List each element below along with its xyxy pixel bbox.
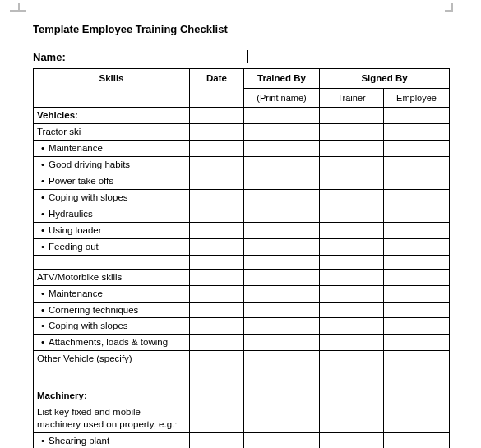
empty-cell[interactable] (190, 255, 244, 269)
empty-cell[interactable] (244, 302, 320, 318)
empty-cell[interactable] (244, 173, 320, 189)
empty-cell[interactable] (384, 269, 450, 285)
empty-cell[interactable] (384, 335, 450, 351)
bullet-icon: • (37, 224, 49, 237)
empty-cell[interactable] (320, 238, 384, 255)
empty-cell[interactable] (384, 124, 450, 141)
empty-cell[interactable] (190, 433, 244, 448)
empty-cell[interactable] (190, 124, 244, 141)
empty-cell[interactable] (320, 189, 384, 206)
empty-cell[interactable] (244, 141, 320, 157)
empty-cell[interactable] (320, 108, 384, 124)
empty-cell[interactable] (244, 404, 320, 433)
name-label: Name: (33, 51, 66, 63)
empty-cell[interactable] (384, 157, 450, 173)
empty-cell[interactable] (244, 381, 320, 404)
empty-cell[interactable] (320, 381, 384, 404)
empty-cell[interactable] (320, 351, 384, 367)
skill-item: •Hydraulics (37, 208, 186, 220)
empty-cell[interactable] (384, 206, 450, 222)
empty-cell[interactable] (320, 285, 384, 302)
header-skills: Skills (34, 69, 190, 108)
empty-cell[interactable] (244, 238, 320, 255)
empty-cell[interactable] (320, 302, 384, 318)
empty-cell[interactable] (320, 206, 384, 222)
skill-cell: •Coping with slopes (34, 189, 190, 206)
empty-cell[interactable] (244, 206, 320, 222)
empty-cell[interactable] (320, 404, 384, 433)
empty-cell[interactable] (320, 157, 384, 173)
empty-cell[interactable] (190, 157, 244, 173)
empty-cell[interactable] (244, 367, 320, 381)
skill-item: •Maintenance (37, 288, 186, 300)
empty-cell[interactable] (190, 351, 244, 367)
empty-cell[interactable] (384, 238, 450, 255)
empty-cell[interactable] (384, 285, 450, 302)
empty-cell[interactable] (190, 206, 244, 222)
empty-cell[interactable] (384, 302, 450, 318)
empty-cell[interactable] (384, 367, 450, 381)
skill-text: Good driving habits (49, 159, 130, 171)
empty-cell[interactable] (320, 367, 384, 381)
empty-cell[interactable] (244, 189, 320, 206)
skill-cell: Tractor ski (34, 124, 190, 141)
empty-cell[interactable] (190, 141, 244, 157)
bullet-icon: • (37, 336, 49, 349)
text-cursor (247, 50, 248, 63)
empty-cell[interactable] (384, 173, 450, 189)
empty-cell[interactable] (384, 433, 450, 448)
empty-cell[interactable] (244, 285, 320, 302)
empty-cell[interactable] (384, 189, 450, 206)
empty-cell[interactable] (244, 222, 320, 238)
empty-cell[interactable] (190, 222, 244, 238)
empty-cell[interactable] (190, 189, 244, 206)
empty-cell[interactable] (320, 318, 384, 335)
empty-cell[interactable] (320, 222, 384, 238)
empty-cell[interactable] (190, 318, 244, 335)
empty-cell[interactable] (190, 335, 244, 351)
empty-cell[interactable] (320, 335, 384, 351)
table-row: List key fixed and mobile machinery used… (34, 404, 450, 433)
empty-cell[interactable] (244, 433, 320, 448)
empty-cell[interactable] (190, 238, 244, 255)
empty-cell[interactable] (190, 404, 244, 433)
empty-cell[interactable] (384, 404, 450, 433)
empty-cell[interactable] (190, 108, 244, 124)
empty-cell[interactable] (384, 381, 450, 404)
table-row: Tractor ski (34, 124, 450, 141)
empty-cell[interactable] (384, 255, 450, 269)
empty-cell[interactable] (190, 381, 244, 404)
empty-cell[interactable] (320, 269, 384, 285)
empty-cell[interactable] (384, 318, 450, 335)
empty-cell[interactable] (244, 124, 320, 141)
empty-cell[interactable] (384, 108, 450, 124)
empty-cell[interactable] (244, 108, 320, 124)
empty-cell[interactable] (244, 335, 320, 351)
empty-cell[interactable] (190, 269, 244, 285)
empty-cell[interactable] (244, 351, 320, 367)
table-row: •Coping with slopes (34, 189, 450, 206)
empty-cell[interactable] (190, 367, 244, 381)
empty-cell[interactable] (244, 269, 320, 285)
table-row: Machinery: (34, 381, 450, 404)
empty-cell[interactable] (320, 141, 384, 157)
table-row (34, 367, 450, 381)
empty-cell[interactable] (384, 351, 450, 367)
empty-cell[interactable] (384, 141, 450, 157)
skill-cell: List key fixed and mobile machinery used… (34, 404, 190, 433)
empty-cell[interactable] (190, 285, 244, 302)
empty-cell[interactable] (190, 302, 244, 318)
skill-item: •Shearing plant (37, 435, 186, 447)
group-subheading: List key fixed and mobile machinery used… (37, 407, 177, 429)
skill-item: •Cornering techniques (37, 304, 186, 316)
empty-cell[interactable] (384, 222, 450, 238)
empty-cell[interactable] (320, 124, 384, 141)
empty-cell[interactable] (244, 318, 320, 335)
empty-cell[interactable] (244, 255, 320, 269)
header-employee: Employee (384, 88, 450, 107)
empty-cell[interactable] (320, 173, 384, 189)
empty-cell[interactable] (244, 157, 320, 173)
empty-cell[interactable] (190, 173, 244, 189)
empty-cell[interactable] (320, 433, 384, 448)
empty-cell[interactable] (320, 255, 384, 269)
